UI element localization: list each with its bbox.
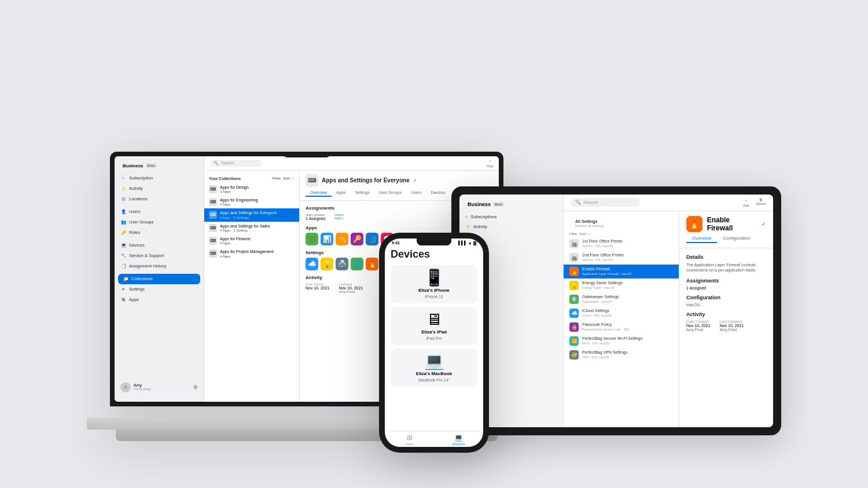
- add-button[interactable]: ＋ Add: [487, 159, 493, 168]
- ipad-setting-name-6: Passcode Policy: [582, 322, 629, 327]
- ipad-last-updated: Last Updated Nov 10, 2021 Amy Frost: [720, 320, 744, 332]
- add-icon: ＋: [488, 159, 492, 164]
- iphone-device-model-2: MacBook Pro 14": [418, 378, 450, 382]
- collection-icon-engineering: ⌨: [209, 198, 217, 206]
- col-sub-sales: 4 Apps · 1 Setting: [220, 229, 270, 232]
- iphone-device-icon-0: 📱: [424, 270, 444, 286]
- iphone-content: Devices 📱 Eliza's iPhone iPhone 13 🖥 Eli…: [385, 246, 483, 431]
- tab-apps[interactable]: Apps: [332, 189, 350, 197]
- ipad-setting-name-8: PerfectBag VPN Settings: [582, 350, 627, 355]
- ipad-setting-printer2[interactable]: 🖨️ 2nd Floor Office Printer AirPrint · i…: [564, 251, 679, 265]
- user-org: PerfectBag: [134, 387, 151, 391]
- date-added-group: Date Added Nov 10, 2021: [306, 282, 330, 293]
- collection-item-engineering[interactable]: ⌨ Apps for Engineering 4 Apps: [204, 196, 299, 208]
- ipad-nav-activity[interactable]: ⚡ Activity: [459, 222, 563, 232]
- ipad-search-placeholder: Search: [583, 200, 598, 205]
- col-name-sales: Apps and Settings for Sales: [220, 224, 270, 229]
- ipad-sub-label: Subscriptions: [471, 214, 497, 219]
- tab-users[interactable]: Users: [406, 189, 426, 197]
- collection-icon-design: ⌨: [209, 185, 217, 193]
- ipad-tab-overview[interactable]: Overview: [686, 234, 717, 243]
- sidebar-item-apps[interactable]: ⊞ Apps: [115, 295, 204, 305]
- ipad-add-button[interactable]: ＋ Add: [743, 198, 749, 207]
- settings-gear-icon[interactable]: ⚙: [193, 384, 198, 390]
- ipad-setting-gatekeeper[interactable]: 🛡️ Gatekeeper Settings Gatekeeper · macO…: [564, 292, 679, 306]
- ipad-tab-configuration[interactable]: Configuration: [717, 234, 756, 243]
- sidebar-item-roles[interactable]: 🔑 Roles: [115, 228, 204, 238]
- users-add-link[interactable]: Add +: [334, 217, 344, 220]
- collection-item-finance[interactable]: ⌨ Apps for Finance 5 Apps: [204, 234, 299, 247]
- tab-overview[interactable]: Overview: [306, 189, 332, 197]
- ipad-setting-name-5: iCloud Settings: [582, 309, 612, 313]
- ipad-setting-firewall[interactable]: 🔥 Enable Firewall Application Layer Fire…: [564, 265, 679, 278]
- sidebar-item-activity[interactable]: ⚡ Activity: [115, 184, 204, 194]
- ipad-setting-name-0: 1st Floor Office Printer: [582, 239, 623, 244]
- ipad-setting-name-7: PerfectBag Secure Wi-Fi Settings: [582, 336, 642, 341]
- iphone-device-card-0[interactable]: 📱 Eliza's iPhone iPhone 13: [391, 265, 477, 303]
- ipad-body: Business Beta ○ Subscriptions ⚡ Activity: [451, 186, 781, 435]
- tab-devices[interactable]: Devices: [426, 189, 450, 197]
- mac-search[interactable]: 🔍 Search: [210, 160, 262, 167]
- collection-item-everyone[interactable]: ⌨ Apps and Settings for Everyone 9 Apps …: [204, 208, 299, 221]
- iphone-tab-apps[interactable]: ⊞ Apps: [385, 434, 434, 446]
- tab-user-groups[interactable]: User Groups: [374, 189, 406, 197]
- users-assign-label: Users: [334, 213, 344, 217]
- ipad-setting-sub-0: AirPrint · iOS, macOS: [582, 244, 623, 248]
- tab-settings[interactable]: Settings: [350, 189, 374, 197]
- ipad-setting-passcode[interactable]: 🔒 Passcode Policy Password and Screen Lo…: [564, 320, 679, 334]
- ipad-toolbar-actions: ＋ Add 🗑 Delete: [743, 198, 766, 207]
- iphone-device-card-2[interactable]: 💻 Eliza's MacBook MacBook Pro 14": [391, 348, 477, 387]
- ipad-setting-icloud[interactable]: ☁️ iCloud Settings iCloud · iOS, macOS: [564, 306, 679, 320]
- sidebar-item-users[interactable]: 👤 Users: [115, 207, 204, 217]
- iphone-device-name-0: Eliza's iPhone: [418, 288, 449, 293]
- filter-label[interactable]: Filter: [273, 177, 281, 180]
- user-groups-assign: User groups 1 Assigned: [306, 213, 325, 221]
- iphone-device-card-1[interactable]: 🖥 Eliza's iPad iPad Pro: [391, 307, 477, 345]
- ipad-setting-icon-4: 🛡️: [569, 295, 579, 304]
- macbook-notch: [284, 152, 330, 157]
- user-footer: A Amy PerfectBag ⚙: [115, 377, 204, 397]
- sidebar-item-settings[interactable]: ≡ Settings: [115, 284, 204, 295]
- iphone-tab-devices[interactable]: 💻 Devices: [434, 434, 483, 446]
- activity-icon: ⚡: [120, 186, 126, 192]
- ipad-activity-label: Activity: [473, 224, 487, 229]
- collection-item-sales[interactable]: ⌨ Apps and Settings for Sales 4 Apps · 1…: [204, 222, 299, 234]
- ipad-sub-icon: ○: [465, 214, 468, 219]
- collection-icon-pm: ⌨: [209, 249, 217, 258]
- ipad-search[interactable]: 🔍 Search: [571, 198, 640, 207]
- ipad-detail-col-left: Details The Application Layer Firewall c…: [686, 254, 766, 421]
- brand-name: Business: [123, 163, 144, 168]
- sidebar-item-subscription[interactable]: ○ Subscription: [115, 173, 204, 184]
- sidebar-item-service[interactable]: 🔧 Service & Support: [115, 251, 204, 261]
- updated-by: Amy Frost: [339, 290, 363, 293]
- iphone-page-title: Devices: [391, 248, 477, 260]
- collection-item-design[interactable]: ⌨ Apps for Design 3 Apps: [204, 183, 299, 196]
- ipad-nav-subscriptions[interactable]: ○ Subscriptions: [459, 212, 563, 222]
- ipad-filter-label[interactable]: Filter: [569, 232, 577, 236]
- ipad-setting-printer1[interactable]: 🖨️ 1st Floor Office Printer AirPrint · i…: [564, 237, 679, 251]
- ipad-setting-sub-5: iCloud · iOS, macOS: [582, 314, 612, 317]
- ipad-device: Business Beta ○ Subscriptions ⚡ Activity: [451, 186, 781, 435]
- user-avatar: A: [120, 382, 131, 392]
- ipad-activity-icon: ⚡: [465, 224, 470, 229]
- sort-label[interactable]: Sort ↑↓: [283, 177, 295, 180]
- ipad-detail-title: Enable Firewall: [707, 216, 757, 232]
- roles-label: Roles: [129, 230, 140, 235]
- ipad-setting-sub-3: Energy Saver · macOS: [582, 286, 623, 289]
- sidebar-item-collections[interactable]: 📁 Collections: [118, 274, 200, 284]
- app-icon-4: 📘: [366, 233, 378, 245]
- ipad-sort-label[interactable]: Sort ↑↓: [579, 232, 590, 236]
- ipad-setting-icon-2: 🔥: [569, 267, 579, 276]
- sidebar-item-user-groups[interactable]: 👥 User Groups: [115, 217, 204, 228]
- sidebar-item-devices[interactable]: 💻 Devices: [115, 240, 204, 251]
- ipad-setting-vpn[interactable]: 🔐 PerfectBag VPN Settings VPN · iOS, mac…: [564, 348, 679, 362]
- sidebar-item-locations[interactable]: ◎ Locations: [115, 194, 204, 204]
- col-sub-everyone: 9 Apps · 8 Settings: [220, 216, 277, 219]
- ipad-setting-energy[interactable]: 💡 Energy Saver Settings Energy Saver · m…: [564, 278, 679, 292]
- iphone-device-model-1: iPad Pro: [426, 336, 442, 340]
- ipad-setting-name-3: Energy Saver Settings: [582, 281, 623, 285]
- ipad-setting-wifi[interactable]: 📶 PerfectBag Secure Wi-Fi Settings Wi-Fi…: [564, 334, 679, 348]
- sidebar-item-assignment-history[interactable]: 📋 Assignment History: [115, 261, 204, 271]
- ipad-delete-button[interactable]: 🗑 Delete: [756, 198, 766, 207]
- collection-item-pm[interactable]: ⌨ Apps for Project Management 4 Apps: [204, 247, 299, 260]
